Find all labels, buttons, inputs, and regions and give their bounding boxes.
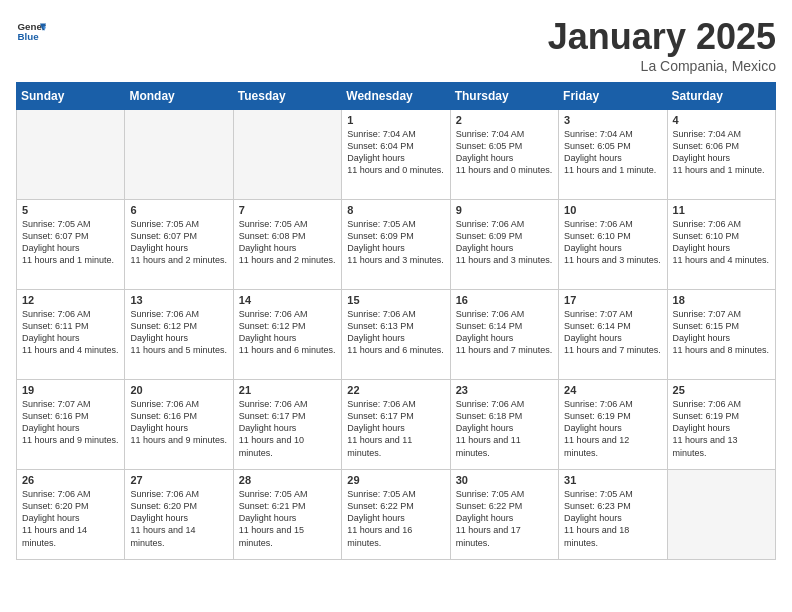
calendar-day-9: 9Sunrise: 7:06 AMSunset: 6:09 PMDaylight…	[450, 200, 558, 290]
day-number: 12	[22, 294, 119, 306]
weekday-header-thursday: Thursday	[450, 83, 558, 110]
page-header: General Blue January 2025 La Compania, M…	[16, 16, 776, 74]
calendar-week-5: 26Sunrise: 7:06 AMSunset: 6:20 PMDayligh…	[17, 470, 776, 560]
calendar-day-23: 23Sunrise: 7:06 AMSunset: 6:18 PMDayligh…	[450, 380, 558, 470]
day-number: 18	[673, 294, 770, 306]
calendar-day-17: 17Sunrise: 7:07 AMSunset: 6:14 PMDayligh…	[559, 290, 667, 380]
logo-icon: General Blue	[16, 16, 46, 46]
day-info: Sunrise: 7:06 AMSunset: 6:10 PMDaylight …	[673, 218, 770, 267]
day-info: Sunrise: 7:06 AMSunset: 6:17 PMDaylight …	[347, 398, 444, 459]
day-info: Sunrise: 7:06 AMSunset: 6:11 PMDaylight …	[22, 308, 119, 357]
day-info: Sunrise: 7:05 AMSunset: 6:22 PMDaylight …	[347, 488, 444, 549]
calendar-day-29: 29Sunrise: 7:05 AMSunset: 6:22 PMDayligh…	[342, 470, 450, 560]
day-number: 14	[239, 294, 336, 306]
calendar-week-4: 19Sunrise: 7:07 AMSunset: 6:16 PMDayligh…	[17, 380, 776, 470]
calendar-day-31: 31Sunrise: 7:05 AMSunset: 6:23 PMDayligh…	[559, 470, 667, 560]
calendar-day-empty	[667, 470, 775, 560]
calendar-day-19: 19Sunrise: 7:07 AMSunset: 6:16 PMDayligh…	[17, 380, 125, 470]
day-number: 13	[130, 294, 227, 306]
calendar-day-16: 16Sunrise: 7:06 AMSunset: 6:14 PMDayligh…	[450, 290, 558, 380]
calendar-day-7: 7Sunrise: 7:05 AMSunset: 6:08 PMDaylight…	[233, 200, 341, 290]
day-info: Sunrise: 7:04 AMSunset: 6:05 PMDaylight …	[456, 128, 553, 177]
day-number: 3	[564, 114, 661, 126]
calendar-day-18: 18Sunrise: 7:07 AMSunset: 6:15 PMDayligh…	[667, 290, 775, 380]
calendar-day-21: 21Sunrise: 7:06 AMSunset: 6:17 PMDayligh…	[233, 380, 341, 470]
calendar-week-2: 5Sunrise: 7:05 AMSunset: 6:07 PMDaylight…	[17, 200, 776, 290]
day-number: 16	[456, 294, 553, 306]
calendar-day-28: 28Sunrise: 7:05 AMSunset: 6:21 PMDayligh…	[233, 470, 341, 560]
day-info: Sunrise: 7:04 AMSunset: 6:04 PMDaylight …	[347, 128, 444, 177]
day-info: Sunrise: 7:06 AMSunset: 6:10 PMDaylight …	[564, 218, 661, 267]
day-number: 23	[456, 384, 553, 396]
calendar-day-11: 11Sunrise: 7:06 AMSunset: 6:10 PMDayligh…	[667, 200, 775, 290]
weekday-header-saturday: Saturday	[667, 83, 775, 110]
calendar-day-empty	[125, 110, 233, 200]
day-info: Sunrise: 7:07 AMSunset: 6:16 PMDaylight …	[22, 398, 119, 447]
calendar-week-3: 12Sunrise: 7:06 AMSunset: 6:11 PMDayligh…	[17, 290, 776, 380]
calendar-day-15: 15Sunrise: 7:06 AMSunset: 6:13 PMDayligh…	[342, 290, 450, 380]
day-number: 26	[22, 474, 119, 486]
day-number: 15	[347, 294, 444, 306]
day-info: Sunrise: 7:06 AMSunset: 6:19 PMDaylight …	[564, 398, 661, 459]
day-number: 27	[130, 474, 227, 486]
day-info: Sunrise: 7:05 AMSunset: 6:07 PMDaylight …	[130, 218, 227, 267]
svg-text:Blue: Blue	[18, 31, 40, 42]
day-info: Sunrise: 7:06 AMSunset: 6:13 PMDaylight …	[347, 308, 444, 357]
weekday-header-tuesday: Tuesday	[233, 83, 341, 110]
day-number: 11	[673, 204, 770, 216]
calendar-table: SundayMondayTuesdayWednesdayThursdayFrid…	[16, 82, 776, 560]
calendar-day-5: 5Sunrise: 7:05 AMSunset: 6:07 PMDaylight…	[17, 200, 125, 290]
calendar-day-30: 30Sunrise: 7:05 AMSunset: 6:22 PMDayligh…	[450, 470, 558, 560]
day-info: Sunrise: 7:05 AMSunset: 6:08 PMDaylight …	[239, 218, 336, 267]
day-info: Sunrise: 7:06 AMSunset: 6:18 PMDaylight …	[456, 398, 553, 459]
day-info: Sunrise: 7:04 AMSunset: 6:05 PMDaylight …	[564, 128, 661, 177]
day-info: Sunrise: 7:06 AMSunset: 6:12 PMDaylight …	[130, 308, 227, 357]
day-number: 20	[130, 384, 227, 396]
day-number: 19	[22, 384, 119, 396]
day-number: 8	[347, 204, 444, 216]
weekday-header-sunday: Sunday	[17, 83, 125, 110]
day-info: Sunrise: 7:05 AMSunset: 6:22 PMDaylight …	[456, 488, 553, 549]
calendar-day-26: 26Sunrise: 7:06 AMSunset: 6:20 PMDayligh…	[17, 470, 125, 560]
weekday-header-wednesday: Wednesday	[342, 83, 450, 110]
weekday-header-monday: Monday	[125, 83, 233, 110]
day-info: Sunrise: 7:04 AMSunset: 6:06 PMDaylight …	[673, 128, 770, 177]
calendar-day-empty	[17, 110, 125, 200]
calendar-day-13: 13Sunrise: 7:06 AMSunset: 6:12 PMDayligh…	[125, 290, 233, 380]
calendar-day-12: 12Sunrise: 7:06 AMSunset: 6:11 PMDayligh…	[17, 290, 125, 380]
day-info: Sunrise: 7:07 AMSunset: 6:15 PMDaylight …	[673, 308, 770, 357]
calendar-day-10: 10Sunrise: 7:06 AMSunset: 6:10 PMDayligh…	[559, 200, 667, 290]
calendar-day-25: 25Sunrise: 7:06 AMSunset: 6:19 PMDayligh…	[667, 380, 775, 470]
day-number: 25	[673, 384, 770, 396]
day-number: 5	[22, 204, 119, 216]
day-number: 4	[673, 114, 770, 126]
day-info: Sunrise: 7:06 AMSunset: 6:17 PMDaylight …	[239, 398, 336, 459]
day-info: Sunrise: 7:05 AMSunset: 6:07 PMDaylight …	[22, 218, 119, 267]
day-info: Sunrise: 7:07 AMSunset: 6:14 PMDaylight …	[564, 308, 661, 357]
day-number: 28	[239, 474, 336, 486]
calendar-day-8: 8Sunrise: 7:05 AMSunset: 6:09 PMDaylight…	[342, 200, 450, 290]
calendar-day-empty	[233, 110, 341, 200]
day-info: Sunrise: 7:05 AMSunset: 6:23 PMDaylight …	[564, 488, 661, 549]
day-number: 7	[239, 204, 336, 216]
day-info: Sunrise: 7:06 AMSunset: 6:20 PMDaylight …	[22, 488, 119, 549]
calendar-day-20: 20Sunrise: 7:06 AMSunset: 6:16 PMDayligh…	[125, 380, 233, 470]
calendar-day-1: 1Sunrise: 7:04 AMSunset: 6:04 PMDaylight…	[342, 110, 450, 200]
calendar-week-1: 1Sunrise: 7:04 AMSunset: 6:04 PMDaylight…	[17, 110, 776, 200]
day-info: Sunrise: 7:05 AMSunset: 6:21 PMDaylight …	[239, 488, 336, 549]
day-number: 17	[564, 294, 661, 306]
calendar-day-4: 4Sunrise: 7:04 AMSunset: 6:06 PMDaylight…	[667, 110, 775, 200]
calendar-day-27: 27Sunrise: 7:06 AMSunset: 6:20 PMDayligh…	[125, 470, 233, 560]
day-info: Sunrise: 7:06 AMSunset: 6:20 PMDaylight …	[130, 488, 227, 549]
day-number: 6	[130, 204, 227, 216]
calendar-day-24: 24Sunrise: 7:06 AMSunset: 6:19 PMDayligh…	[559, 380, 667, 470]
day-number: 10	[564, 204, 661, 216]
day-number: 1	[347, 114, 444, 126]
title-block: January 2025 La Compania, Mexico	[548, 16, 776, 74]
calendar-title: January 2025	[548, 16, 776, 58]
day-info: Sunrise: 7:06 AMSunset: 6:16 PMDaylight …	[130, 398, 227, 447]
calendar-day-3: 3Sunrise: 7:04 AMSunset: 6:05 PMDaylight…	[559, 110, 667, 200]
logo: General Blue	[16, 16, 46, 46]
day-info: Sunrise: 7:06 AMSunset: 6:09 PMDaylight …	[456, 218, 553, 267]
calendar-subtitle: La Compania, Mexico	[548, 58, 776, 74]
